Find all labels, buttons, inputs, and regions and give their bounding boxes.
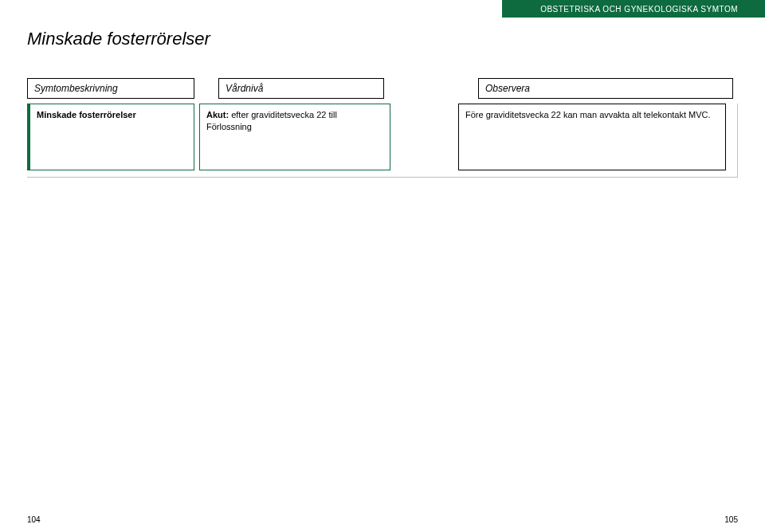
page-number-left: 104: [27, 515, 41, 524]
category-label: OBSTETRISKA OCH GYNEKOLOGISKA SYMTOM: [540, 5, 738, 14]
cell-gap-2: [390, 104, 458, 170]
page-title: Minskade fosterrörelser: [27, 29, 210, 49]
care-bold: Akut:: [206, 110, 229, 119]
category-bar: OBSTETRISKA OCH GYNEKOLOGISKA SYMTOM: [502, 0, 765, 18]
column-headers: Symtombeskrivning Vårdnivå Observera: [27, 78, 733, 99]
cell-symptom: Minskade fosterrörelser: [27, 104, 194, 170]
page-number-right: 105: [724, 515, 738, 524]
content-row-wrap: Minskade fosterrörelser Akut: efter grav…: [27, 104, 738, 178]
header-gap-2: [384, 78, 478, 99]
observe-text: Före graviditetsvecka 22 kan man avvakta…: [465, 110, 711, 119]
cell-observe: Före graviditetsvecka 22 kan man avvakta…: [458, 104, 726, 170]
col-header-care: Vårdnivå: [218, 78, 384, 99]
col-header-symptom: Symtombeskrivning: [27, 78, 194, 99]
header-gap: [194, 78, 218, 99]
cell-care: Akut: efter graviditetsvecka 22 till För…: [199, 104, 390, 170]
col-header-observe: Observera: [478, 78, 733, 99]
symptom-text: Minskade fosterrörelser: [37, 110, 136, 119]
content-row: Minskade fosterrörelser Akut: efter grav…: [27, 104, 737, 170]
page: OBSTETRISKA OCH GYNEKOLOGISKA SYMTOM Min…: [0, 0, 765, 532]
